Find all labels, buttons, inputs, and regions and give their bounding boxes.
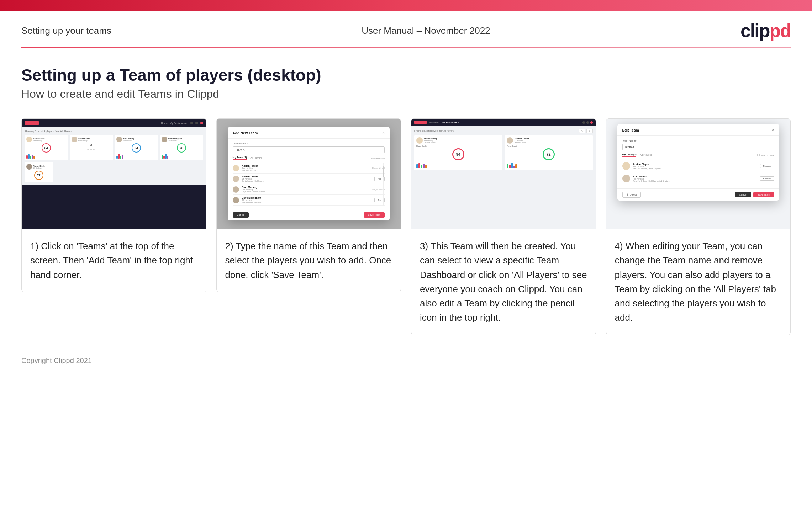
player-sub: 3.8 HandicapThe Dog Maging Golf Club <box>242 199 372 203</box>
edit-tab-all-players[interactable]: All Players <box>640 154 652 157</box>
player-name: Adrian Player <box>242 165 369 167</box>
header-manual-title: User Manual – November 2022 <box>362 25 490 36</box>
logo-ppd-text: pd <box>769 20 791 41</box>
card-2: Add New Team × Team Name * My Team (2) A… <box>216 118 401 292</box>
top-accent-bar <box>0 0 812 11</box>
edit-modal-footer: 🗑 Delete Cancel Save Team <box>617 188 779 201</box>
edit-modal-title: Edit Team <box>622 128 639 132</box>
player-info: Adrian Player Plus HandicapThe Shire Lon… <box>242 165 369 171</box>
edit-filter-checkbox[interactable] <box>757 154 760 156</box>
edit-tabs: My Team (2) All Players Filter by name <box>622 153 774 157</box>
scroll-indicator <box>383 163 384 206</box>
page-subtitle: How to create and edit Teams in Clippd <box>21 87 791 101</box>
filter-checkbox[interactable] <box>368 157 370 159</box>
edit-save-team-button[interactable]: Save Team <box>753 192 774 197</box>
edit-modal-body: Team Name * My Team (2) All Players Filt… <box>617 136 779 188</box>
player-sub: Plus HandicapThe Shire London <box>242 167 369 171</box>
team-name-input[interactable] <box>233 146 385 153</box>
screenshot-2: Add New Team × Team Name * My Team (2) A… <box>217 119 401 229</box>
edit-player-name: Blair McHarg <box>633 175 757 178</box>
edit-team-name-label: Team Name * <box>622 139 774 142</box>
player-row: Blair McHarg Plus HandicapRoyal North De… <box>233 184 385 195</box>
add-team-modal: Add New Team × Team Name * My Team (2) A… <box>228 127 390 220</box>
player-avatar <box>233 165 239 171</box>
screenshot-1: Home My Performance Showing 5 out of 8 p… <box>22 119 206 229</box>
main-content: Setting up a Team of players (desktop) H… <box>0 48 812 349</box>
edit-player-info: Adrian Player Plus HandicapThe Shire Lon… <box>633 163 757 170</box>
modal-title: Add New Team <box>233 131 258 135</box>
delete-label: Delete <box>630 193 637 196</box>
card-3: All Players My Performance Finding 5 out… <box>411 118 596 335</box>
player-name: Dave Billingham <box>242 197 372 199</box>
card-4: Edit Team × Team Name * My Team (2) All … <box>606 118 791 335</box>
tab-my-team[interactable]: My Team (2) <box>233 156 247 160</box>
edit-modal-header: Edit Team × <box>617 124 779 136</box>
player-avatar <box>233 197 239 203</box>
tab-all-players[interactable]: All Players <box>250 156 262 160</box>
edit-tab-my-team[interactable]: My Team (2) <box>622 153 637 157</box>
edit-cancel-button[interactable]: Cancel <box>735 192 751 197</box>
clippd-logo: clippd <box>740 21 791 40</box>
header: Setting up your teams User Manual – Nove… <box>0 11 812 47</box>
player-sub: Plus HandicapRoyal North Devon Golf Club <box>242 188 369 193</box>
cards-row: Home My Performance Showing 5 out of 8 p… <box>21 118 791 335</box>
remove-player-button[interactable]: Remove <box>760 164 774 168</box>
player-avatar <box>233 186 239 193</box>
modal-body: Team Name * My Team (2) All Players Filt… <box>228 139 390 209</box>
player-list: Adrian Player Plus HandicapThe Shire Lon… <box>233 163 385 206</box>
edit-player-info: Blair McHarg Plus HandicapRoyal North De… <box>633 175 757 182</box>
player-info: Dave Billingham 3.8 HandicapThe Dog Magi… <box>242 197 372 203</box>
edit-filter-label: Filter by name <box>761 154 774 156</box>
screenshot-4: Edit Team × Team Name * My Team (2) All … <box>606 119 791 229</box>
screenshot-3: All Players My Performance Finding 5 out… <box>411 119 596 229</box>
footer-copyright: Copyright Clippd 2021 <box>0 349 812 372</box>
modal-close-icon[interactable]: × <box>382 130 385 135</box>
card-3-text: 3) This Team will then be created. You c… <box>411 229 596 335</box>
modal-header: Add New Team × <box>228 127 390 139</box>
card-4-text: 4) When editing your Team, you can chang… <box>606 229 791 335</box>
page-title: Setting up a Team of players (desktop) <box>21 65 791 85</box>
player-sub: 1.5 HandicapCentral London Golf Centre <box>242 178 372 182</box>
player-avatar <box>233 176 239 182</box>
edit-team-modal: Edit Team × Team Name * My Team (2) All … <box>617 124 779 201</box>
player-row: Dave Billingham 3.8 HandicapThe Dog Magi… <box>233 195 385 206</box>
remove-player-button[interactable]: Remove <box>760 176 774 181</box>
modal-footer: Cancel Save Team <box>228 209 390 220</box>
header-section-title: Setting up your teams <box>21 25 111 36</box>
edit-player-avatar <box>622 175 630 182</box>
logo-clip-text: clip <box>740 20 770 41</box>
edit-player-avatar <box>622 162 630 170</box>
card-2-text: 2) Type the name of this Team and then s… <box>217 229 401 292</box>
filter-by-name: Filter by name <box>368 157 385 159</box>
player-row: Adrian Coliba 1.5 HandicapCentral London… <box>233 174 385 184</box>
player-name: Blair McHarg <box>242 186 369 188</box>
edit-player-row: Adrian Player Plus HandicapThe Shire Lon… <box>622 160 774 172</box>
modal-tabs: My Team (2) All Players Filter by name <box>233 156 385 160</box>
edit-footer-actions: Cancel Save Team <box>735 192 774 197</box>
save-team-button[interactable]: Save Team <box>364 212 385 218</box>
card-1-text: 1) Click on 'Teams' at the top of the sc… <box>22 229 206 292</box>
filter-label: Filter by name <box>371 157 385 159</box>
player-name: Adrian Coliba <box>242 175 372 178</box>
player-row: Adrian Player Plus HandicapThe Shire Lon… <box>233 163 385 174</box>
delete-team-button[interactable]: 🗑 Delete <box>622 192 641 198</box>
scroll-thumb <box>383 166 384 177</box>
card-1: Home My Performance Showing 5 out of 8 p… <box>21 118 206 292</box>
edit-player-club: Plus HandicapThe Shire London, United Ki… <box>633 165 757 170</box>
edit-player-name: Adrian Player <box>633 163 757 165</box>
edit-player-club: Plus HandicapRoyal North Devon Golf Club… <box>633 178 757 182</box>
edit-team-name-input[interactable] <box>622 144 774 150</box>
player-info: Blair McHarg Plus HandicapRoyal North De… <box>242 186 369 193</box>
edit-player-row: Blair McHarg Plus HandicapRoyal North De… <box>622 172 774 185</box>
trash-icon: 🗑 <box>626 193 629 196</box>
edit-modal-close-icon[interactable]: × <box>772 128 774 133</box>
cancel-button[interactable]: Cancel <box>233 212 249 218</box>
team-name-label: Team Name * <box>233 142 385 145</box>
player-info: Adrian Coliba 1.5 HandicapCentral London… <box>242 175 372 182</box>
